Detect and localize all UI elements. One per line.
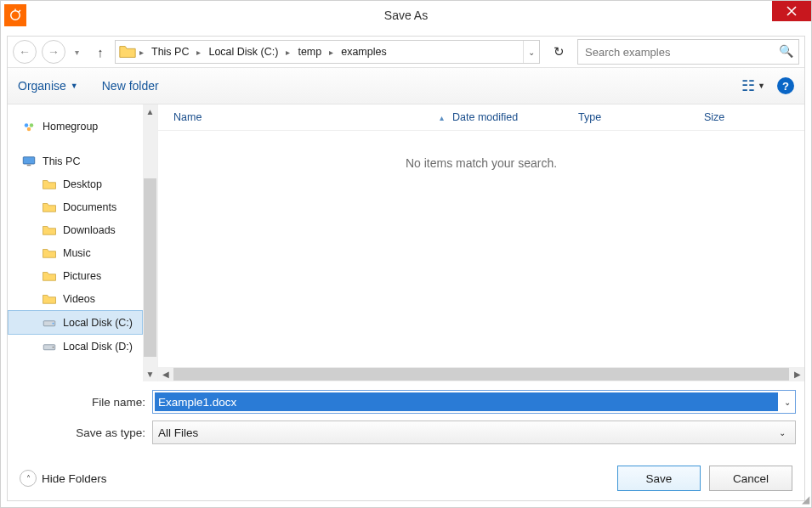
scroll-thumb[interactable] xyxy=(144,178,156,357)
save-button[interactable]: Save xyxy=(617,466,701,491)
recent-locations-dropdown[interactable]: ▾ xyxy=(71,48,82,57)
scroll-thumb[interactable] xyxy=(173,368,789,381)
scroll-up-icon[interactable]: ▲ xyxy=(143,104,157,119)
folder-icon xyxy=(42,177,57,192)
tree-music[interactable]: Music xyxy=(8,241,143,264)
breadcrumb-diskc[interactable]: Local Disk (C:) xyxy=(203,41,283,63)
svg-rect-4 xyxy=(23,156,35,163)
chevron-right-icon[interactable]: ▸ xyxy=(327,41,336,63)
folder-icon xyxy=(42,268,57,284)
sort-asc-icon: ▴ xyxy=(440,113,444,122)
tree-label: Pictures xyxy=(63,270,101,282)
folder-icon xyxy=(42,291,57,307)
back-button[interactable]: ← xyxy=(13,40,37,64)
chevron-down-icon[interactable]: ⌄ xyxy=(780,398,795,407)
column-name[interactable]: Name▴ xyxy=(173,111,452,123)
tree-thispc[interactable]: This PC xyxy=(8,150,143,172)
search-icon[interactable]: 🔍 xyxy=(779,44,793,58)
column-size[interactable]: Size xyxy=(704,111,772,123)
address-bar[interactable]: ▸ This PC ▸ Local Disk (C:) ▸ temp ▸ exa… xyxy=(115,40,540,64)
window-title: Save As xyxy=(384,8,428,22)
empty-list-message: No items match your search. xyxy=(158,131,804,367)
tree-label: Homegroup xyxy=(43,121,98,133)
svg-rect-5 xyxy=(27,164,31,166)
tree-homegroup[interactable]: Homegroup xyxy=(8,115,143,138)
chevron-down-icon: ▼ xyxy=(71,82,78,90)
scroll-left-icon[interactable]: ◀ xyxy=(158,367,173,381)
tree-local-disk-d[interactable]: Local Disk (D:) xyxy=(8,335,143,358)
save-type-label: Save as type: xyxy=(16,426,152,439)
svg-point-3 xyxy=(27,127,31,131)
up-button[interactable]: ↑ xyxy=(91,42,110,61)
save-type-value: All Files xyxy=(158,426,198,439)
main-area: Homegroup This PC Desktop Documents xyxy=(8,104,804,381)
tree-scrollbar[interactable]: ▲ ▼ xyxy=(143,104,157,381)
hide-folders-toggle[interactable]: ˄ Hide Folders xyxy=(20,470,107,487)
tree-label: Documents xyxy=(63,201,116,213)
tree-videos[interactable]: Videos xyxy=(8,287,143,310)
tree-local-disk-c[interactable]: Local Disk (C:) xyxy=(8,310,143,335)
column-label: Size xyxy=(704,111,724,123)
column-label: Name xyxy=(173,111,202,123)
file-list-pane: Name▴ Date modified Type Size No items m… xyxy=(157,104,804,381)
breadcrumb-examples[interactable]: examples xyxy=(336,41,392,63)
chevron-right-icon[interactable]: ▸ xyxy=(194,41,203,63)
resize-grip-icon[interactable]: ◢ xyxy=(802,494,809,505)
folder-tree: Homegroup This PC Desktop Documents xyxy=(8,104,143,381)
column-label: Type xyxy=(578,111,601,123)
refresh-button[interactable]: ↻ xyxy=(548,40,569,64)
file-name-row: File name: ⌄ xyxy=(16,390,796,414)
scroll-track[interactable] xyxy=(143,119,157,367)
breadcrumb-thispc[interactable]: This PC xyxy=(146,41,194,63)
dialog-footer: ˄ Hide Folders Save Cancel xyxy=(8,456,804,500)
cancel-button[interactable]: Cancel xyxy=(709,466,792,491)
button-label: Cancel xyxy=(733,472,769,485)
help-button[interactable]: ? xyxy=(777,77,794,94)
new-folder-label: New folder xyxy=(102,79,159,93)
chevron-right-icon[interactable]: ▸ xyxy=(137,41,146,63)
new-folder-button[interactable]: New folder xyxy=(102,79,159,93)
close-icon xyxy=(786,6,797,16)
tree-pictures[interactable]: Pictures xyxy=(8,264,143,287)
column-date[interactable]: Date modified xyxy=(452,111,578,123)
organise-menu[interactable]: Organise▼ xyxy=(18,79,78,93)
search-input[interactable] xyxy=(578,40,798,64)
folder-icon xyxy=(42,223,57,238)
toolbar: Organise▼ New folder ☷▼ ? xyxy=(8,68,804,104)
save-as-dialog: Save As ← → ▾ ↑ ▸ This PC ▸ Local Disk (… xyxy=(0,0,812,508)
save-type-combo[interactable]: All Files ⌄ xyxy=(152,421,796,444)
save-type-row: Save as type: All Files ⌄ xyxy=(16,421,796,444)
arrow-left-icon: ← xyxy=(19,45,31,59)
column-label: Date modified xyxy=(452,111,518,123)
drive-icon xyxy=(42,315,57,330)
file-list-scrollbar[interactable]: ◀ ▶ xyxy=(158,367,804,381)
chevron-down-icon: ▼ xyxy=(758,82,765,90)
computer-icon xyxy=(21,154,37,169)
tree-documents[interactable]: Documents xyxy=(8,195,143,218)
column-type[interactable]: Type xyxy=(578,111,704,123)
search-box[interactable]: 🔍 xyxy=(577,39,799,65)
scroll-right-icon[interactable]: ▶ xyxy=(790,367,804,381)
file-name-combo[interactable]: ⌄ xyxy=(152,390,796,414)
title-bar: Save As xyxy=(1,1,811,30)
chevron-up-icon: ˄ xyxy=(20,470,37,487)
scroll-down-icon[interactable]: ▼ xyxy=(143,367,157,381)
folder-icon xyxy=(118,42,137,61)
file-name-label: File name: xyxy=(16,396,152,409)
breadcrumb-temp[interactable]: temp xyxy=(292,41,327,63)
svg-point-7 xyxy=(53,322,54,324)
tree-label: Local Disk (D:) xyxy=(63,341,133,353)
forward-button[interactable]: → xyxy=(42,40,65,64)
tree-label: Downloads xyxy=(63,224,116,236)
organise-label: Organise xyxy=(18,79,66,93)
address-dropdown[interactable]: ⌄ xyxy=(523,41,539,63)
view-options-button[interactable]: ☷▼ xyxy=(741,76,765,95)
close-button[interactable] xyxy=(772,1,811,21)
chevron-right-icon[interactable]: ▸ xyxy=(283,41,292,63)
file-name-input[interactable] xyxy=(155,392,778,411)
content-frame: ← → ▾ ↑ ▸ This PC ▸ Local Disk (C:) ▸ te… xyxy=(7,36,805,501)
tree-desktop[interactable]: Desktop xyxy=(8,172,143,195)
folder-icon xyxy=(42,246,57,261)
tree-downloads[interactable]: Downloads xyxy=(8,218,143,241)
tree-label: Videos xyxy=(63,293,95,305)
